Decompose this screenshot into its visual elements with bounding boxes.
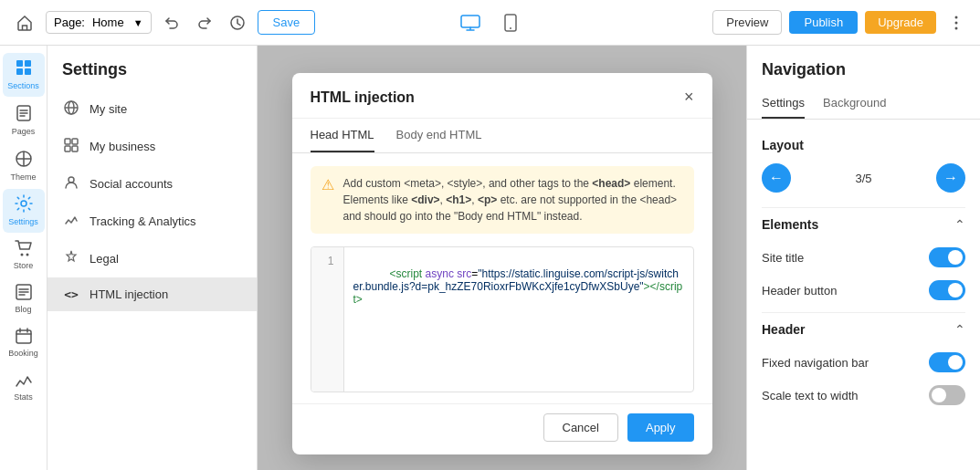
store-icon xyxy=(15,240,33,259)
sections-label: Sections xyxy=(7,81,39,91)
modal-tabs: Head HTML Body end HTML xyxy=(292,119,712,153)
code-content[interactable]: <script async src="https://static.lingui… xyxy=(344,247,693,392)
tab-head-html[interactable]: Head HTML xyxy=(311,119,374,152)
main-layout: Sections Pages Theme xyxy=(0,46,980,470)
booking-label: Booking xyxy=(8,349,38,359)
modal-title: HTML injection xyxy=(311,89,415,106)
svg-rect-20 xyxy=(65,139,70,144)
sidebar-item-blog[interactable]: Blog xyxy=(3,278,45,320)
desktop-view-button[interactable] xyxy=(456,8,485,37)
modal-footer: Cancel Apply xyxy=(292,403,712,454)
settings-tracking[interactable]: Tracking & Analytics xyxy=(47,203,257,240)
social-accounts-icon xyxy=(62,175,80,193)
sidebar-item-pages[interactable]: Pages xyxy=(3,99,45,142)
tab-body-end-html[interactable]: Body end HTML xyxy=(396,119,482,152)
my-site-icon xyxy=(62,100,80,118)
settings-html-injection[interactable]: <> HTML injection xyxy=(47,277,257,311)
my-site-label: My site xyxy=(90,102,127,116)
svg-point-6 xyxy=(955,26,958,29)
sidebar-item-sections[interactable]: Sections xyxy=(3,53,45,97)
modal-notice: ⚠ Add custom <meta>, <style>, and other … xyxy=(311,166,694,234)
svg-rect-22 xyxy=(65,146,70,151)
code-script-open: <script xyxy=(390,267,423,280)
sidebar-item-settings[interactable]: Settings xyxy=(3,189,45,233)
mobile-view-button[interactable] xyxy=(496,8,525,37)
legal-icon xyxy=(62,250,80,267)
svg-point-15 xyxy=(26,254,28,256)
sidebar-item-booking[interactable]: Booking xyxy=(3,322,45,364)
svg-rect-21 xyxy=(72,139,78,144)
cancel-button[interactable]: Cancel xyxy=(543,413,618,442)
content-area: HTML injection × Head HTML Body end HTML… xyxy=(258,46,746,470)
blog-icon xyxy=(16,284,32,303)
layout-next-button[interactable]: → xyxy=(936,163,965,193)
settings-social-accounts[interactable]: Social accounts xyxy=(47,165,257,203)
right-panel-tabs: Settings Background xyxy=(747,89,980,120)
tracking-icon xyxy=(62,213,80,230)
theme-label: Theme xyxy=(10,172,36,183)
svg-point-13 xyxy=(21,201,26,206)
page-dropdown-icon: ▼ xyxy=(133,17,143,28)
icon-sidebar: Sections Pages Theme xyxy=(0,46,47,470)
scale-text-toggle[interactable] xyxy=(929,385,965,405)
sidebar-item-stats[interactable]: Stats xyxy=(3,366,45,408)
pages-label: Pages xyxy=(12,127,36,137)
page-selector[interactable]: Page: Home ▼ xyxy=(46,11,152,34)
layout-section-title: Layout xyxy=(762,138,965,152)
blog-label: Blog xyxy=(15,305,31,315)
settings-legal[interactable]: Legal xyxy=(47,240,257,277)
preview-button[interactable]: Preview xyxy=(712,10,782,35)
upgrade-button[interactable]: Upgrade xyxy=(865,11,936,34)
history-button[interactable] xyxy=(225,10,250,36)
site-title-label: Site title xyxy=(762,251,804,265)
layout-prev-button[interactable]: ← xyxy=(762,163,791,193)
social-accounts-label: Social accounts xyxy=(90,177,173,191)
home-icon[interactable] xyxy=(11,9,38,37)
html-injection-label: HTML injection xyxy=(90,287,168,301)
tracking-label: Tracking & Analytics xyxy=(90,214,196,228)
fixed-nav-row: Fixed navigation bar xyxy=(762,346,965,379)
divider-2 xyxy=(762,312,965,313)
stats-label: Stats xyxy=(14,392,33,402)
header-button-label: Header button xyxy=(762,284,837,298)
elements-collapse-button[interactable]: ⌃ xyxy=(954,217,965,232)
apply-button[interactable]: Apply xyxy=(627,413,694,442)
redo-button[interactable] xyxy=(192,10,217,36)
my-business-label: My business xyxy=(90,140,155,153)
code-attr-src: src xyxy=(457,267,471,280)
rp-tab-settings[interactable]: Settings xyxy=(762,89,805,119)
undo-button[interactable] xyxy=(159,10,184,36)
scale-text-row: Scale text to width xyxy=(762,379,965,412)
site-title-row: Site title xyxy=(762,241,965,274)
html-injection-modal: HTML injection × Head HTML Body end HTML… xyxy=(292,73,712,454)
booking-icon xyxy=(16,328,32,347)
more-options-button[interactable] xyxy=(943,10,969,36)
fixed-nav-toggle[interactable] xyxy=(929,352,965,372)
sections-icon xyxy=(15,58,33,79)
html-injection-icon: <> xyxy=(62,287,80,301)
settings-title: Settings xyxy=(47,46,257,90)
legal-label: Legal xyxy=(90,252,119,266)
svg-rect-23 xyxy=(72,146,78,151)
topbar-right: Preview Publish Upgrade xyxy=(532,10,970,36)
layout-position: 3/5 xyxy=(855,172,871,185)
sidebar-item-theme[interactable]: Theme xyxy=(3,144,45,188)
header-button-toggle[interactable] xyxy=(929,280,965,300)
code-gutter: 1 xyxy=(311,247,344,392)
sidebar-item-store[interactable]: Store xyxy=(3,235,45,277)
settings-my-business[interactable]: My business xyxy=(47,128,257,165)
modal-header: HTML injection × xyxy=(292,73,712,119)
header-section-header: Header ⌃ xyxy=(762,322,965,337)
modal-close-button[interactable]: × xyxy=(684,88,694,107)
save-button[interactable]: Save xyxy=(258,10,316,35)
publish-button[interactable]: Publish xyxy=(789,11,858,34)
code-editor[interactable]: 1 <script async src="https://static.ling… xyxy=(311,246,694,392)
rp-tab-background[interactable]: Background xyxy=(823,89,886,119)
site-title-toggle[interactable] xyxy=(929,247,965,267)
settings-my-site[interactable]: My site xyxy=(47,90,257,128)
settings-sidebar: Settings My site My business xyxy=(47,46,258,470)
svg-point-14 xyxy=(20,254,23,256)
svg-rect-1 xyxy=(461,16,479,27)
header-collapse-button[interactable]: ⌃ xyxy=(954,322,965,337)
notice-icon: ⚠ xyxy=(321,176,334,193)
